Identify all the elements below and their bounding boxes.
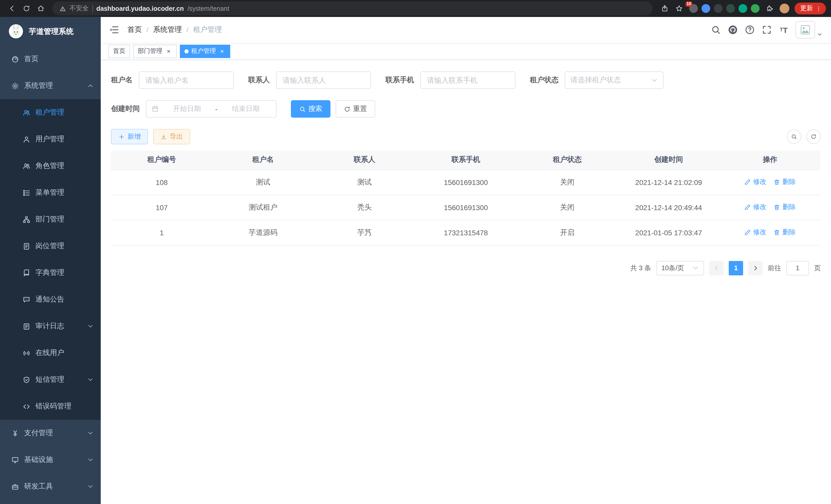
chevron-down-icon	[692, 265, 699, 271]
sidebar-item-user[interactable]: 用户管理	[0, 126, 101, 153]
create-time-range-picker[interactable]: 开始日期 - 结束日期	[146, 100, 277, 118]
gear-icon	[11, 82, 19, 90]
chevron-down-icon	[651, 77, 658, 84]
extension-4-icon[interactable]	[726, 4, 735, 13]
fullscreen-icon[interactable]	[762, 25, 772, 35]
browser-home-icon[interactable]	[34, 2, 47, 15]
tenant-status-select[interactable]: 请选择租户状态	[565, 71, 663, 89]
cell-name: 测试租户	[212, 195, 314, 220]
breadcrumb: 首页/系统管理/租户管理	[127, 25, 222, 34]
tag-tenant[interactable]: 租户管理×	[180, 45, 230, 58]
tag-home[interactable]: 首页	[109, 45, 130, 58]
delete-button[interactable]: 删除	[774, 228, 796, 237]
refresh-table-button[interactable]	[806, 129, 821, 144]
chrome-update-button[interactable]: 更新	[795, 3, 826, 14]
mobile-input[interactable]	[420, 71, 515, 89]
cell-actions: 修改删除	[719, 170, 821, 195]
profile-avatar[interactable]	[780, 4, 790, 13]
edit-button[interactable]: 修改	[744, 228, 767, 237]
contact-input[interactable]	[276, 71, 371, 89]
extension-1-icon[interactable]: 10	[689, 4, 698, 13]
address-divider	[92, 5, 93, 12]
extension-6-icon[interactable]	[751, 4, 760, 13]
browser-back-icon[interactable]	[5, 2, 19, 15]
tag-dept[interactable]: 部门管理×	[133, 45, 177, 58]
sidebar-item-notice[interactable]: 通知公告	[0, 286, 101, 313]
sidebar-item-label: 部门管理	[35, 215, 93, 224]
bookmark-star-icon[interactable]	[672, 2, 686, 15]
edit-button[interactable]: 修改	[744, 203, 767, 212]
goto-page-input[interactable]	[786, 261, 809, 275]
reset-button[interactable]: 重置	[336, 100, 375, 118]
browser-menu-kebab-icon[interactable]	[814, 4, 823, 12]
extension-5-icon[interactable]	[739, 4, 747, 13]
user-avatar[interactable]	[796, 21, 823, 38]
breadcrumb-item[interactable]: 系统管理	[153, 25, 182, 34]
sidebar-item-audit-log[interactable]: 审计日志	[0, 313, 101, 339]
post-icon	[23, 242, 30, 250]
tag-label: 部门管理	[138, 47, 163, 56]
chevron-down-icon	[87, 483, 93, 490]
breadcrumb-item: 租户管理	[193, 25, 222, 34]
edit-button[interactable]: 修改	[744, 178, 767, 187]
export-button[interactable]: 导出	[153, 129, 190, 144]
toggle-search-button[interactable]	[787, 129, 801, 144]
sidebar-item-dept[interactable]: 部门管理	[0, 206, 101, 233]
page-size-select[interactable]: 10条/页	[656, 261, 704, 275]
sidebar-item-home[interactable]: 首页	[0, 46, 101, 72]
close-icon[interactable]: ×	[165, 48, 172, 55]
search-button[interactable]: 搜索	[291, 100, 331, 118]
filter-create-time: 创建时间 开始日期 - 结束日期	[111, 100, 277, 118]
next-page-button[interactable]	[748, 261, 763, 275]
url-host: dashboard.yudao.iocoder.cn	[96, 5, 184, 12]
add-button[interactable]: 新增	[111, 129, 148, 144]
sidebar-collapse-icon[interactable]	[109, 25, 119, 35]
tags-view: 首页部门管理×租户管理×	[101, 42, 831, 60]
delete-button[interactable]: 删除	[774, 178, 796, 187]
calendar-icon	[152, 105, 159, 113]
cell-created: 2021-12-14 20:49:44	[618, 195, 719, 220]
sidebar-item-role[interactable]: 角色管理	[0, 153, 101, 179]
sidebar-item-devtool[interactable]: 研发工具	[0, 473, 101, 500]
prev-page-button[interactable]	[709, 261, 724, 275]
security-chip[interactable]: 不安全	[59, 4, 89, 13]
delete-button[interactable]: 删除	[774, 203, 796, 212]
trash-icon	[774, 179, 780, 185]
sidebar-item-infra[interactable]: 基础设施	[0, 446, 101, 473]
sidebar-item-online-user[interactable]: 在线用户	[0, 339, 101, 366]
help-icon[interactable]	[745, 25, 755, 35]
logo[interactable]: 芋道管理系统	[0, 17, 101, 46]
extension-2-icon[interactable]	[701, 4, 710, 13]
header-search-icon[interactable]	[711, 25, 721, 35]
monitor-icon	[11, 456, 19, 464]
cell-id: 1	[111, 220, 212, 245]
sidebar-item-dict[interactable]: 字典管理	[0, 260, 101, 286]
sidebar-item-post[interactable]: 岗位管理	[0, 233, 101, 260]
share-icon[interactable]	[658, 2, 671, 15]
pagination-total: 共 3 条	[630, 263, 651, 272]
cell-name: 芋道源码	[212, 220, 314, 245]
tenant-name-input[interactable]	[139, 71, 234, 89]
github-icon[interactable]	[728, 25, 738, 35]
date-end-placeholder: 结束日期	[221, 104, 271, 114]
address-bar[interactable]: 不安全 dashboard.yudao.iocoder.cn/system/te…	[52, 2, 653, 16]
sidebar-item-pay[interactable]: 支付管理	[0, 420, 101, 446]
breadcrumb-separator: /	[187, 26, 189, 34]
browser-reload-icon[interactable]	[20, 2, 33, 15]
font-size-icon[interactable]: TT	[779, 25, 789, 35]
extension-3-icon[interactable]	[714, 4, 722, 13]
sidebar-item-system[interactable]: 系统管理	[0, 72, 101, 99]
sidebar-item-menu[interactable]: 菜单管理	[0, 179, 101, 206]
breadcrumb-item[interactable]: 首页	[127, 25, 142, 34]
cell-contact: 芋艿	[314, 220, 415, 245]
page-1-button[interactable]: 1	[729, 261, 743, 275]
sidebar-item-error-code[interactable]: 错误码管理	[0, 393, 101, 420]
sidebar-item-sms[interactable]: 短信管理	[0, 366, 101, 393]
close-icon[interactable]: ×	[219, 48, 226, 55]
search-icon	[299, 106, 306, 112]
sidebar-item-tenant[interactable]: 租户管理	[0, 99, 101, 126]
column-header: 创建时间	[618, 151, 719, 170]
extensions-puzzle-icon[interactable]	[763, 2, 776, 15]
edit-button-label: 修改	[753, 178, 767, 187]
sidebar-item-label: 短信管理	[35, 375, 87, 384]
